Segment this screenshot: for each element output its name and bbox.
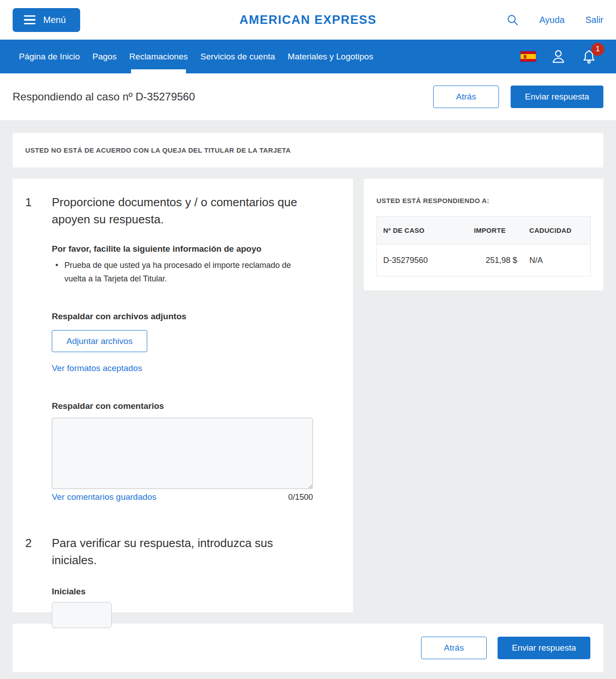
bell-icon[interactable]: 1 — [581, 49, 597, 65]
search-icon[interactable] — [507, 14, 519, 26]
header-utility-links: Ayuda Salir — [507, 14, 603, 26]
responding-to-panel: USTED ESTÁ RESPONDIENDO A: Nº DE CASO IM… — [364, 179, 603, 290]
page-title: Respondiendo al caso nº D-35279560 — [13, 91, 195, 103]
hamburger-icon — [24, 15, 36, 25]
support-info-heading: Por favor, facilite la siguiente informa… — [52, 244, 313, 254]
menu-button[interactable]: Menú — [13, 8, 80, 32]
support-info-list: Prueba de que usted ya ha procesado el i… — [52, 258, 313, 285]
response-form-panel: 1 Proporcione documentos y / o comentari… — [13, 179, 353, 612]
step-1-number: 1 — [25, 194, 52, 502]
user-icon[interactable] — [550, 49, 566, 65]
step-2-number: 2 — [25, 534, 52, 628]
footer-action-bar: Atrás Enviar respuesta — [13, 624, 603, 672]
page: Menú AMERICAN EXPRESS Ayuda Salir Página… — [0, 0, 616, 679]
amex-logo: AMERICAN EXPRESS — [240, 13, 377, 27]
disagreement-banner-text: USTED NO ESTÁ DE ACUERDO CON LA QUEJA DE… — [25, 146, 291, 154]
content-columns: 1 Proporcione documentos y / o comentari… — [13, 179, 603, 612]
attach-files-button[interactable]: Adjuntar archivos — [52, 330, 147, 352]
nav-item-pagos[interactable]: Pagos — [92, 40, 117, 73]
character-counter: 0/1500 — [288, 493, 313, 502]
amount-header: IMPORTE — [474, 217, 517, 244]
step-1: 1 Proporcione documentos y / o comentari… — [25, 194, 313, 502]
step-2-heading: Para verificar su respuesta, introduzca … — [52, 534, 313, 569]
case-number-cell: D-35279560 — [377, 244, 474, 276]
disagreement-banner: USTED NO ESTÁ DE ACUERDO CON LA QUEJA DE… — [13, 133, 603, 167]
nav-item-servicios-de-cuenta[interactable]: Servicios de cuenta — [200, 40, 275, 73]
help-link[interactable]: Ayuda — [539, 15, 565, 25]
back-button-bottom[interactable]: Atrás — [421, 637, 487, 659]
title-bar: Respondiendo al caso nº D-35279560 Atrás… — [0, 73, 616, 120]
step-1-heading: Proporcione documentos y / o comentarios… — [52, 194, 313, 228]
notification-badge: 1 — [591, 43, 604, 56]
content-area: USTED NO ESTÁ DE ACUERDO CON LA QUEJA DE… — [0, 120, 616, 679]
expiry-cell: N/A — [517, 244, 591, 276]
amount-cell: 251,98 $ — [474, 244, 517, 276]
spain-flag-icon[interactable] — [521, 51, 536, 62]
nav-item-reclamaciones[interactable]: Reclamaciones — [129, 40, 188, 73]
nav-item-pagina-de-inicio[interactable]: Página de Inicio — [19, 40, 80, 73]
step-2-body: Para verificar su respuesta, introduzca … — [52, 534, 313, 628]
nav-item-materiales-y-logotipos[interactable]: Materiales y Logotipos — [288, 40, 373, 73]
step-1-body: Proporcione documentos y / o comentarios… — [52, 194, 313, 502]
top-header: Menú AMERICAN EXPRESS Ayuda Salir — [0, 0, 616, 40]
initials-label: Iniciales — [52, 587, 313, 597]
nav-icons: 1 — [521, 40, 597, 73]
menu-button-label: Menú — [43, 15, 66, 25]
comments-meta-row: Ver comentarios guardados 0/1500 — [52, 492, 313, 502]
saved-comments-link[interactable]: Ver comentarios guardados — [52, 492, 156, 502]
nav-items: Página de Inicio Pagos Reclamaciones Ser… — [19, 40, 386, 73]
attachments-heading: Respaldar con archivos adjuntos — [52, 312, 313, 321]
logout-link[interactable]: Salir — [585, 15, 603, 25]
expiry-header: CADUCIDAD — [517, 217, 591, 244]
case-number-header: Nº DE CASO — [377, 217, 474, 244]
case-table-header-row: Nº DE CASO IMPORTE CADUCIDAD — [377, 217, 591, 244]
comments-textarea[interactable] — [52, 418, 313, 489]
attachments-section: Respaldar con archivos adjuntos Adjuntar… — [52, 312, 313, 373]
accepted-formats-link[interactable]: Ver formatos aceptados — [52, 363, 142, 373]
comments-heading: Respaldar con comentarios — [52, 401, 313, 411]
case-summary-table: Nº DE CASO IMPORTE CADUCIDAD D-35279560 … — [376, 216, 591, 276]
submit-response-button-bottom[interactable]: Enviar respuesta — [498, 637, 590, 659]
submit-response-button-top[interactable]: Enviar respuesta — [511, 86, 603, 108]
initials-input[interactable] — [52, 602, 112, 628]
responding-to-title: USTED ESTÁ RESPONDIENDO A: — [376, 197, 591, 204]
back-button-top[interactable]: Atrás — [433, 86, 499, 108]
comments-section: Respaldar con comentarios Ver comentario… — [52, 401, 313, 502]
main-nav: Página de Inicio Pagos Reclamaciones Ser… — [0, 40, 616, 73]
case-table-row: D-35279560 251,98 $ N/A — [377, 244, 591, 276]
title-actions: Atrás Enviar respuesta — [433, 86, 603, 108]
step-2: 2 Para verificar su respuesta, introduzc… — [25, 534, 313, 628]
support-info-item: Prueba de que usted ya ha procesado el i… — [52, 258, 313, 285]
